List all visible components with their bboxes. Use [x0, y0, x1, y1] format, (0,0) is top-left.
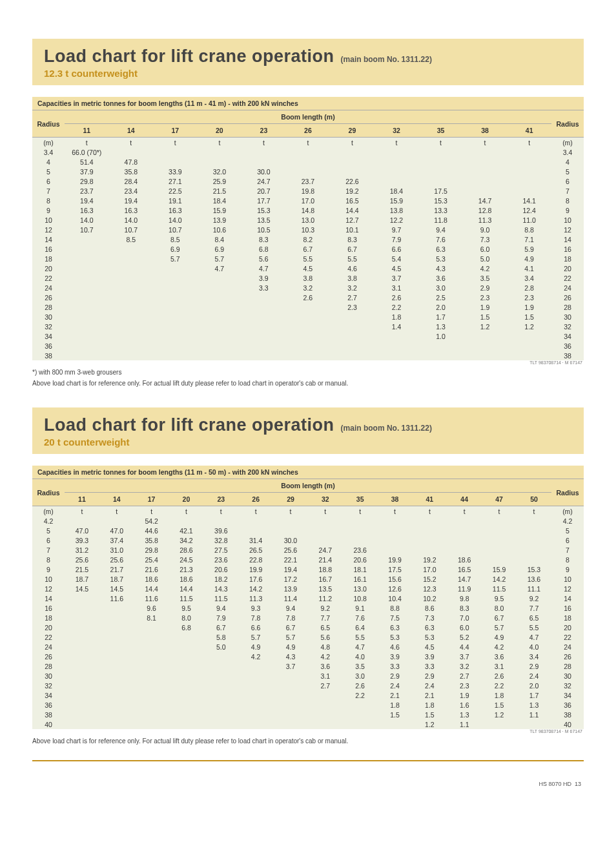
radius-cell: 36: [32, 341, 65, 351]
table-row: 639.337.435.834.232.831.430.06: [32, 535, 584, 545]
value-cell: 3.6: [482, 652, 517, 661]
col-unit: t: [99, 506, 134, 517]
page-footer: HS 8070 HD 13: [32, 781, 584, 787]
radius-cell-right: 30: [551, 671, 584, 681]
value-cell: [65, 593, 99, 603]
radius-cell: 14: [32, 234, 65, 244]
section2-subtitle: (main boom No. 1311.22): [341, 424, 432, 433]
value-cell: 5.8: [203, 632, 238, 642]
value-cell: [273, 719, 308, 729]
value-cell: 24.7: [308, 545, 343, 555]
value-cell: 11.8: [418, 215, 463, 225]
value-cell: [99, 671, 134, 681]
value-cell: 3.2: [447, 661, 482, 671]
value-cell: 2.2: [482, 681, 517, 690]
value-cell: 20.6: [343, 555, 378, 564]
value-cell: [507, 147, 551, 157]
value-cell: 4.2: [463, 263, 508, 273]
value-cell: 22.5: [153, 186, 198, 196]
value-cell: 21.4: [308, 555, 343, 564]
value-cell: [507, 351, 551, 360]
value-cell: [198, 351, 242, 360]
value-cell: [482, 555, 517, 564]
value-cell: 19.4: [65, 196, 109, 205]
value-cell: [169, 710, 204, 719]
radius-cell-right: 18: [551, 613, 584, 623]
value-cell: 18.4: [375, 186, 419, 196]
col-unit: t: [109, 138, 154, 148]
value-cell: 5.7: [482, 623, 517, 632]
value-cell: [330, 312, 375, 322]
value-cell: [65, 283, 109, 293]
value-cell: 13.5: [308, 584, 343, 593]
value-cell: 1.9: [447, 690, 482, 700]
value-cell: 31.4: [238, 535, 273, 545]
value-cell: 13.0: [343, 584, 378, 593]
section1-counterweight: 12.3 t counterweight: [44, 68, 572, 79]
value-cell: [198, 331, 242, 341]
value-cell: [65, 234, 109, 244]
value-cell: 8.8: [378, 603, 413, 613]
value-cell: [109, 254, 154, 263]
table-row: 819.419.419.118.417.717.016.515.915.314.…: [32, 196, 584, 205]
radius-cell: 9: [32, 564, 65, 574]
value-cell: 19.9: [238, 564, 273, 574]
value-cell: 6.6: [375, 244, 419, 254]
value-cell: [169, 690, 204, 700]
radius-cell-right: 40: [551, 719, 584, 729]
value-cell: 4.2: [482, 642, 517, 652]
value-cell: 5.7: [153, 254, 198, 263]
radius-cell-right: 9: [551, 564, 584, 574]
value-cell: [169, 700, 204, 710]
radius-cell-right: 3.4: [551, 147, 584, 157]
value-cell: 66.0 (70*): [65, 147, 109, 157]
value-cell: 6.8: [241, 244, 286, 254]
value-cell: 13.9: [273, 584, 308, 593]
value-cell: 2.3: [463, 293, 508, 302]
value-cell: [463, 167, 508, 176]
value-cell: 7.1: [507, 234, 551, 244]
value-cell: 4.5: [375, 263, 419, 273]
value-cell: 3.7: [375, 273, 419, 283]
value-cell: [65, 516, 99, 526]
radius-cell: 4: [32, 157, 65, 167]
col-unit: t: [273, 506, 308, 517]
value-cell: [273, 671, 308, 681]
value-cell: [378, 526, 413, 535]
value-cell: [463, 147, 508, 157]
radius-cell-right: 38: [551, 710, 584, 719]
value-cell: [241, 331, 286, 341]
value-cell: 17.6: [238, 574, 273, 584]
value-cell: 8.0: [482, 603, 517, 613]
boom-col-11: 11: [65, 124, 109, 138]
value-cell: 14.0: [153, 215, 198, 225]
value-cell: 3.9: [378, 652, 413, 661]
radius-cell: 18: [32, 254, 65, 263]
value-cell: [463, 157, 508, 167]
radius-cell-right: 9: [551, 205, 584, 215]
value-cell: 1.4: [375, 322, 419, 331]
value-cell: 4.1: [507, 263, 551, 273]
value-cell: 11.9: [447, 584, 482, 593]
value-cell: [343, 535, 378, 545]
value-cell: [153, 273, 198, 283]
value-cell: 6.3: [412, 623, 447, 632]
table-row: 1210.710.710.710.610.510.310.19.79.49.08…: [32, 225, 584, 234]
value-cell: [412, 535, 447, 545]
col-unit: t: [153, 138, 198, 148]
table-row: 148.58.58.48.38.28.37.97.67.37.114: [32, 234, 584, 244]
value-cell: [99, 690, 134, 700]
value-cell: [134, 710, 169, 719]
radius-cell-right: 32: [551, 322, 584, 331]
radius-cell-right: 30: [551, 312, 584, 322]
value-cell: 1.3: [517, 700, 551, 710]
value-cell: [99, 710, 134, 719]
value-cell: 5.5: [343, 632, 378, 642]
value-cell: [238, 671, 273, 681]
value-cell: 17.2: [273, 574, 308, 584]
value-cell: [286, 157, 331, 167]
value-cell: 8.5: [109, 234, 154, 244]
value-cell: 2.7: [308, 681, 343, 690]
value-cell: [109, 351, 154, 360]
table-row: 322.72.62.42.42.32.22.032: [32, 681, 584, 690]
